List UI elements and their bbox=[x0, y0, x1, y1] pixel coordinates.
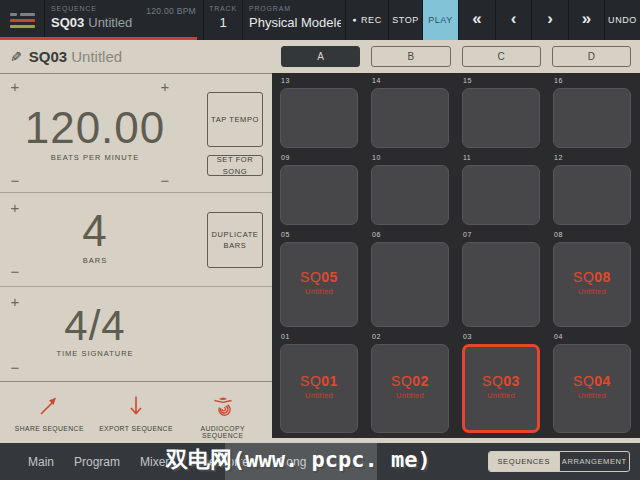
pad-cell: 10 bbox=[371, 152, 449, 225]
play-button[interactable]: PLAY bbox=[422, 0, 458, 40]
record-dot-icon: ● bbox=[352, 16, 357, 23]
bars-section: + − 4 BARS DUPLICATE BARS bbox=[0, 193, 272, 287]
step-forward-button[interactable]: › bbox=[531, 0, 568, 40]
audiocopy-saucer-icon bbox=[210, 393, 236, 419]
pad-number: 15 bbox=[462, 75, 540, 88]
track-number: 1 bbox=[204, 15, 242, 30]
step-back-button[interactable]: ‹ bbox=[495, 0, 531, 40]
pad-10[interactable] bbox=[371, 165, 449, 225]
watermark: 双电网(www. pcpc. me) bbox=[166, 445, 431, 475]
export-sequence-button[interactable]: EXPORT SEQUENCE bbox=[93, 393, 180, 443]
bars-unit-label: BARS bbox=[0, 256, 190, 265]
tempo-coarse-decrement-button[interactable]: − bbox=[8, 172, 22, 189]
record-button[interactable]: ●REC bbox=[345, 0, 388, 40]
pad-cell: 16 bbox=[553, 75, 631, 148]
stop-button[interactable]: STOP bbox=[388, 0, 422, 40]
pad-sequence-subtitle: Untitled bbox=[391, 391, 429, 400]
pad-cell: 06 bbox=[371, 229, 449, 327]
sequence-section[interactable]: SEQUENCE SQ03Untitled 120.00 BPM bbox=[44, 0, 203, 40]
undo-button[interactable]: UNDO bbox=[604, 0, 640, 40]
pad-01[interactable]: SQ01 Untitled bbox=[280, 344, 358, 433]
pad-number: 08 bbox=[553, 229, 631, 242]
pad-number: 07 bbox=[462, 229, 540, 242]
share-sequence-button[interactable]: SHARE SEQUENCE bbox=[6, 393, 93, 443]
tab-main[interactable]: Main bbox=[28, 455, 54, 469]
pad-sequence-name: SQ08 bbox=[573, 269, 611, 285]
pad-02[interactable]: SQ02 Untitled bbox=[371, 344, 449, 433]
sequence-name: SQ03Untitled bbox=[51, 15, 203, 30]
menu-button[interactable] bbox=[0, 0, 44, 40]
pad-cell: 13 bbox=[280, 75, 358, 148]
pad-13[interactable] bbox=[280, 88, 358, 148]
pad-number: 02 bbox=[371, 331, 449, 344]
sequence-title: SQ03 Untitled bbox=[29, 48, 122, 65]
pad-number: 11 bbox=[462, 152, 540, 165]
pad-cell: 07 bbox=[462, 229, 540, 327]
pad-sequence-name: SQ02 bbox=[391, 373, 429, 389]
set-for-song-button[interactable]: SET FOR SONG bbox=[207, 155, 263, 176]
pad-number: 09 bbox=[280, 152, 358, 165]
sequence-actions-row: SHARE SEQUENCE EXPORT SEQUENCE AUDIOCOPY… bbox=[0, 383, 272, 443]
track-label: TRACK bbox=[204, 5, 242, 12]
pad-08[interactable]: SQ08 Untitled bbox=[553, 242, 631, 327]
pad-cell: 11 bbox=[462, 152, 540, 225]
track-section[interactable]: TRACK 1 bbox=[203, 0, 242, 40]
bank-b-button[interactable]: B bbox=[371, 46, 450, 67]
pad-number: 10 bbox=[371, 152, 449, 165]
pad-16[interactable] bbox=[553, 88, 631, 148]
bars-decrement-button[interactable]: − bbox=[8, 263, 22, 280]
pad-bank-row: A B C D bbox=[272, 40, 640, 73]
pad-number: 01 bbox=[280, 331, 358, 344]
pad-14[interactable] bbox=[371, 88, 449, 148]
time-signature-section: + − 4/4 TIME SIGNATURE bbox=[0, 287, 272, 382]
timesig-decrement-button[interactable]: − bbox=[8, 359, 22, 376]
pad-07[interactable] bbox=[462, 242, 540, 327]
arrow-down-icon bbox=[123, 393, 149, 419]
pad-15[interactable] bbox=[462, 88, 540, 148]
tab-mixer[interactable]: Mixer bbox=[140, 455, 169, 469]
pad-grid-background: 13 14 15 16 bbox=[272, 73, 640, 438]
active-section-indicator bbox=[0, 37, 197, 40]
program-section[interactable]: PROGRAM Physical Modeled D... bbox=[242, 0, 345, 40]
pad-cell: 03 SQ03 Untitled bbox=[462, 331, 540, 433]
pad-06[interactable] bbox=[371, 242, 449, 327]
pad-cell: 12 bbox=[553, 152, 631, 225]
rewind-button[interactable]: « bbox=[458, 0, 495, 40]
audiocopy-sequence-button[interactable]: AUDIOCOPY SEQUENCE bbox=[179, 393, 266, 443]
bank-c-button[interactable]: C bbox=[462, 46, 541, 67]
pad-11[interactable] bbox=[462, 165, 540, 225]
pad-number: 13 bbox=[280, 75, 358, 88]
sequence-title-header[interactable]: ✎ SQ03 Untitled bbox=[0, 40, 272, 74]
pad-cell: 09 bbox=[280, 152, 358, 225]
pad-cell: 04 SQ04 Untitled bbox=[553, 331, 631, 433]
fast-forward-button[interactable]: » bbox=[568, 0, 604, 40]
sequences-toggle-button[interactable]: SEQUENCES bbox=[489, 452, 559, 471]
pad-number: 12 bbox=[553, 152, 631, 165]
pad-09[interactable] bbox=[280, 165, 358, 225]
bank-a-button[interactable]: A bbox=[281, 46, 360, 67]
pad-04[interactable]: SQ04 Untitled bbox=[553, 344, 631, 433]
pad-03-selected[interactable]: SQ03 Untitled bbox=[462, 344, 540, 433]
tab-program[interactable]: Program bbox=[74, 455, 120, 469]
pad-cell: 08 SQ08 Untitled bbox=[553, 229, 631, 327]
pad-sequence-name: SQ03 bbox=[482, 373, 520, 389]
pad-05[interactable]: SQ05 Untitled bbox=[280, 242, 358, 327]
tempo-coarse-increment-button[interactable]: + bbox=[8, 78, 22, 95]
pad-number: 06 bbox=[371, 229, 449, 242]
arrangement-toggle-button[interactable]: ARRANGEMENT bbox=[559, 452, 630, 471]
pad-cell: 14 bbox=[371, 75, 449, 148]
tempo-fine-increment-button[interactable]: + bbox=[158, 78, 172, 95]
pad-sequence-subtitle: Untitled bbox=[300, 391, 338, 400]
pad-cell: 02 SQ02 Untitled bbox=[371, 331, 449, 433]
tap-tempo-button[interactable]: TAP TEMPO bbox=[207, 92, 263, 147]
pad-number: 16 bbox=[553, 75, 631, 88]
bpm-value: 120.00 bbox=[0, 106, 190, 150]
pad-sequence-name: SQ05 bbox=[300, 269, 338, 285]
pad-sequence-subtitle: Untitled bbox=[573, 391, 611, 400]
view-mode-switch: SEQUENCES ARRANGEMENT bbox=[488, 451, 630, 472]
tempo-fine-decrement-button[interactable]: − bbox=[158, 172, 172, 189]
pad-12[interactable] bbox=[553, 165, 631, 225]
bank-d-button[interactable]: D bbox=[552, 46, 631, 67]
duplicate-bars-button[interactable]: DUPLICATE BARS bbox=[207, 212, 263, 268]
pad-sequence-name: SQ04 bbox=[573, 373, 611, 389]
